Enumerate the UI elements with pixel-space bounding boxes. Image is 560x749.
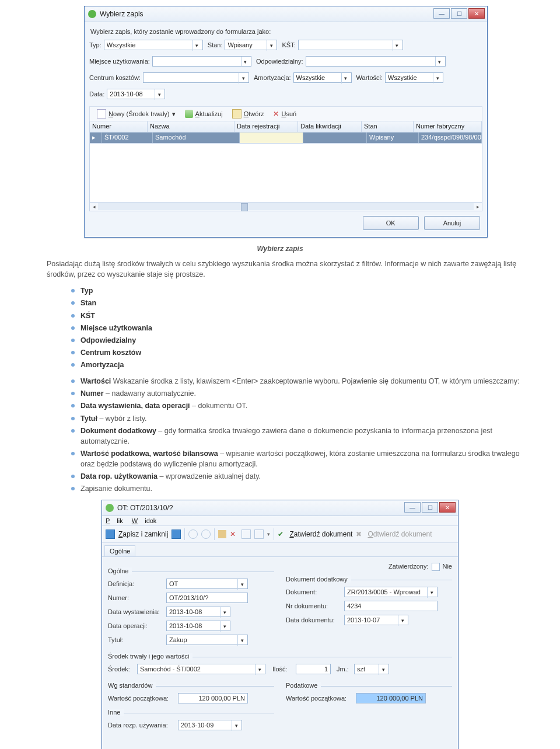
delete-icon: ✕ (273, 110, 279, 118)
maximize-button[interactable]: ☐ (451, 8, 467, 19)
jm-select[interactable]: szt (354, 664, 389, 674)
filter-list: Typ Stan KŚT Miejsce użytkowania Odpowie… (70, 285, 525, 370)
group-dok-dod: Dokument dodatkowy (286, 576, 351, 583)
odp-label: Odpowiedzialny: (256, 58, 303, 65)
list-item: Wartość podatkowa, wartość bilansowa – w… (70, 448, 525, 469)
group-wg: Wg standardów (108, 682, 156, 689)
group-podatkowe: Podatkowe (286, 682, 321, 689)
zatw-checkbox[interactable] (432, 563, 440, 571)
maximize-button[interactable]: ☐ (422, 502, 438, 513)
kst-label: KŚT: (282, 41, 295, 48)
list-item: Zapisanie dokumentu. (70, 483, 525, 494)
data-wyst-select[interactable]: 2013-10-08 (166, 607, 230, 617)
typ-select[interactable]: Wszystkie (104, 40, 203, 50)
nav-fwd-icon[interactable] (201, 529, 211, 539)
close-button[interactable]: ✕ (439, 502, 456, 513)
odtwierdz-button[interactable]: Odtwierdź dokument (368, 530, 432, 538)
kst-select[interactable] (298, 40, 403, 50)
aktualizuj-button[interactable]: Aktualizuj (180, 107, 228, 120)
col-numer-fab[interactable]: Numer fabryczny (414, 121, 482, 132)
col-stan[interactable]: Stan (362, 121, 414, 132)
data-select[interactable]: 2013-10-08 (107, 89, 165, 99)
app-icon (106, 504, 114, 512)
data-oper-select[interactable]: 2013-10-08 (166, 621, 230, 631)
tool-icon-1[interactable] (218, 530, 226, 538)
stan-select[interactable]: Wpisany (225, 40, 277, 50)
typ-label: Typ: (89, 41, 102, 48)
jm-label: Jm.: (337, 666, 354, 673)
list-item: Centrum kosztów (70, 347, 525, 358)
list-item: Typ (70, 285, 525, 296)
wart-select[interactable]: Wszystkie (385, 72, 443, 83)
nowy-button[interactable]: NNowy (Środek trwały)owy (Środek trwały)… (92, 107, 180, 120)
group-srodek: Środek trwały i jego wartości (108, 653, 192, 660)
title-bar: OT: OT/2013/10/? — ☐ ✕ (102, 500, 458, 516)
ck-label: Centrum kosztów: (89, 74, 141, 81)
data-rozp-select[interactable]: 2013-10-09 (178, 720, 242, 730)
tytul-select[interactable]: Zakup (166, 635, 248, 645)
definicja-select[interactable]: OT (166, 579, 248, 589)
amort-select[interactable]: Wszystkie (293, 72, 352, 83)
tytul-label: Tytuł: (108, 636, 166, 643)
save-icon-2[interactable] (172, 529, 181, 539)
usun-button[interactable]: ✕Usuń (268, 107, 301, 120)
ilosc-label: Ilość: (272, 666, 296, 673)
nav-back-icon[interactable] (188, 529, 198, 539)
list-item: Data rop. użytkowania – wprowadzenie akt… (70, 471, 525, 482)
tool-icon-2[interactable]: ✕ (230, 530, 238, 538)
list-item: Wartości Wskazanie środka z listy, klawi… (70, 376, 525, 386)
tool-icon-3[interactable] (242, 529, 251, 539)
dwyst-label: Data wystawienia: (108, 608, 166, 615)
col-numer[interactable]: Numer (90, 121, 148, 132)
tab-ogolne[interactable]: Ogólne (104, 545, 135, 556)
ok-button[interactable]: OK (363, 216, 419, 230)
odp-select[interactable] (306, 56, 446, 67)
miejsce-select[interactable] (152, 56, 251, 67)
list-toolbar: NNowy (Środek trwały)owy (Środek trwały)… (89, 106, 482, 121)
grid-row[interactable]: ▸ ŚT/0002 Samochód Wpisany 234/qsspd/098… (90, 133, 482, 143)
scroll-left-icon[interactable]: ◂ (90, 203, 98, 211)
wartp-label: Wartość początkowa: (108, 695, 178, 702)
ck-select[interactable] (143, 72, 249, 83)
nr-dok-input[interactable]: 4234 (344, 601, 438, 611)
numer-input[interactable]: OT/2013/10/? (166, 593, 248, 603)
list-item: Data wystawienia, data operacji – dokume… (70, 400, 525, 411)
data-dok-select[interactable]: 2013-10-07 (344, 615, 408, 625)
col-data-lik[interactable]: Data likwidacji (298, 121, 362, 132)
uncheck-icon: ✖ (356, 530, 364, 538)
stan-label: Stan: (208, 41, 223, 48)
list-item: KŚT (70, 311, 525, 321)
refresh-icon (185, 110, 193, 118)
minimize-button[interactable]: — (404, 502, 421, 513)
otworz-button[interactable]: Otwórz (228, 107, 269, 120)
zapisz-button[interactable]: Zapisz i zamknij (118, 530, 168, 538)
list-item: Odpowiedzialny (70, 335, 525, 346)
menubar: Plik Widok (102, 516, 458, 526)
close-button[interactable]: ✕ (468, 8, 485, 19)
list-item: Miejsce użytkowania (70, 323, 525, 333)
menu-plik[interactable]: Plik (106, 517, 123, 524)
minimize-button[interactable]: — (433, 8, 450, 19)
window-title: OT: OT/2013/10/? (117, 504, 173, 512)
scroll-right-icon[interactable]: ▸ (474, 203, 482, 211)
ilosc-input[interactable]: 1 (296, 664, 331, 674)
wartosc-pocz-input[interactable]: 120 000,00 PLN (178, 693, 248, 703)
open-icon (232, 109, 242, 119)
wartosc-pocz-podatk-input[interactable]: 120 000,00 PLN (356, 693, 426, 703)
ddok-label: Data dokumentu: (286, 616, 344, 623)
col-nazwa[interactable]: Nazwa (148, 121, 235, 132)
anuluj-button[interactable]: Anuluj (424, 216, 480, 230)
srodek-select[interactable]: Samochód - ŚT/0002 (137, 664, 265, 674)
zatw-label: Zatwierdzony: (388, 563, 428, 570)
menu-widok[interactable]: Widok (132, 517, 157, 524)
dokument-select[interactable]: ZR/2013/0005 - Wprowad (344, 587, 438, 597)
horizontal-scrollbar[interactable]: ◂ ▸ (89, 203, 482, 211)
tool-icon-4[interactable] (254, 529, 264, 539)
list-item: Stan (70, 298, 525, 308)
title-bar: Wybierz zapis — ☐ ✕ (85, 6, 487, 22)
list-item: Tytuł – wybór z listy. (70, 413, 525, 424)
col-data-rej[interactable]: Data rejestracji (235, 121, 298, 132)
srodek-label: Środek: (108, 666, 137, 673)
zatwierdz-button[interactable]: Zatwierdź dokument (289, 530, 352, 538)
save-icon[interactable] (106, 529, 115, 539)
